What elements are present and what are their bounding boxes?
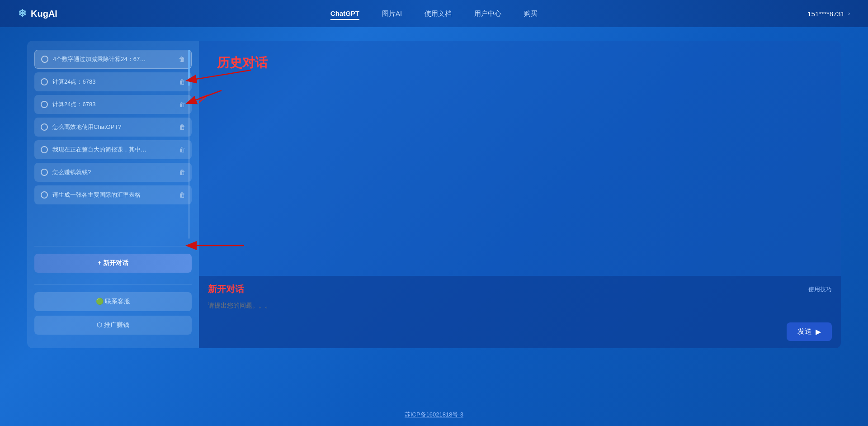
send-icon: ▶ [816,327,821,336]
history-item-text-3: 怎么高效地使用ChatGPT? [52,123,175,131]
history-item-text-5: 怎么赚钱就钱? [52,168,175,176]
history-list: 4个数字通过加减乘除计算24：67… 🗑 计算24点：6783 🗑 计算24点：… [34,50,192,204]
history-item-3[interactable]: 怎么高效地使用ChatGPT? 🗑 [34,118,192,137]
new-chat-button[interactable]: + 新开对话 [34,254,192,273]
trash-icon-2[interactable]: 🗑 [179,101,185,108]
page-footer[interactable]: 苏ICP备16021818号-3 [405,411,463,419]
main-content: 4个数字通过加减乘除计算24：67… 🗑 计算24点：6783 🗑 计算24点：… [0,27,868,426]
main-nav: ChatGPT 图片AI 使用文档 用户中心 购买 [330,8,538,20]
logo[interactable]: ❄ KugAI [18,8,57,19]
history-item-icon-0 [41,56,48,63]
nav-buy[interactable]: 购买 [524,8,538,20]
history-item-icon-4 [41,146,48,153]
chat-input-label: 新开对话 [208,283,244,295]
history-item-2[interactable]: 计算24点：6783 🗑 [34,95,192,114]
history-item-icon-5 [41,169,48,176]
history-item-4[interactable]: 我现在正在整台大的简报课，其中… 🗑 [34,140,192,159]
history-section-label: 历史对话 [217,54,268,71]
chat-input-header: 新开对话 使用技巧 [208,283,832,295]
history-item-icon-1 [41,78,48,85]
chat-area: 历史对话 新开对话 使 [199,41,841,348]
logo-icon: ❄ [18,8,26,19]
history-item-text-0: 4个数字通过加减乘除计算24：67… [53,55,175,63]
trash-icon-1[interactable]: 🗑 [179,78,185,85]
send-label: 发送 [797,327,812,336]
logo-text: KugAI [31,9,57,19]
history-item-6[interactable]: 请生成一张各主要国际的汇率表格 🗑 [34,185,192,204]
history-item-text-4: 我现在正在整台大的简报课，其中… [52,146,175,154]
svg-line-1 [199,95,208,129]
use-tips-link[interactable]: 使用技巧 [808,285,832,293]
chat-input[interactable] [208,300,832,318]
history-item-1[interactable]: 计算24点：6783 🗑 [34,72,192,91]
user-phone: 151****8731 [807,10,844,18]
history-scroll-container: 4个数字通过加减乘除计算24：67… 🗑 计算24点：6783 🗑 计算24点：… [34,50,192,239]
scrollbar-thumb [188,50,190,86]
annotation-arrows [199,86,235,145]
chat-input-section: 新开对话 使用技巧 发送 ▶ [199,276,841,348]
nav-docs[interactable]: 使用文档 [425,8,452,20]
chat-history-section: 历史对话 [199,41,841,276]
svg-line-0 [199,95,208,111]
trash-icon-6[interactable]: 🗑 [179,191,185,199]
history-item-text-2: 计算24点：6783 [52,100,175,109]
history-item-icon-3 [41,123,48,131]
history-item-text-1: 计算24点：6783 [52,78,175,86]
sidebar-divider-1 [34,246,192,246]
user-info[interactable]: 151****8731 › [807,10,850,18]
send-button[interactable]: 发送 ▶ [787,322,832,341]
trash-icon-5[interactable]: 🗑 [179,169,185,176]
trash-icon-0[interactable]: 🗑 [179,56,185,63]
history-item-icon-6 [41,191,48,199]
trash-icon-4[interactable]: 🗑 [179,146,185,153]
trash-icon-3[interactable]: 🗑 [179,123,185,131]
contact-button[interactable]: 🟢 联系客服 [34,292,192,311]
sidebar: 4个数字通过加减乘除计算24：67… 🗑 计算24点：6783 🗑 计算24点：… [27,41,199,348]
sidebar-scrollbar[interactable] [188,50,190,239]
header: ❄ KugAI ChatGPT 图片AI 使用文档 用户中心 购买 151***… [0,0,868,27]
history-item-icon-2 [41,101,48,108]
chevron-icon: › [848,10,850,17]
nav-chatgpt[interactable]: ChatGPT [330,8,359,20]
history-item-0[interactable]: 4个数字通过加减乘除计算24：67… 🗑 [34,50,192,69]
history-item-5[interactable]: 怎么赚钱就钱? 🗑 [34,163,192,182]
promote-button[interactable]: ⬡ 推广赚钱 [34,316,192,335]
sidebar-divider-2 [34,284,192,285]
nav-image-ai[interactable]: 图片AI [382,8,402,20]
nav-user-center[interactable]: 用户中心 [474,8,501,20]
history-item-text-6: 请生成一张各主要国际的汇率表格 [52,191,175,199]
chat-input-footer: 发送 ▶ [208,322,832,341]
